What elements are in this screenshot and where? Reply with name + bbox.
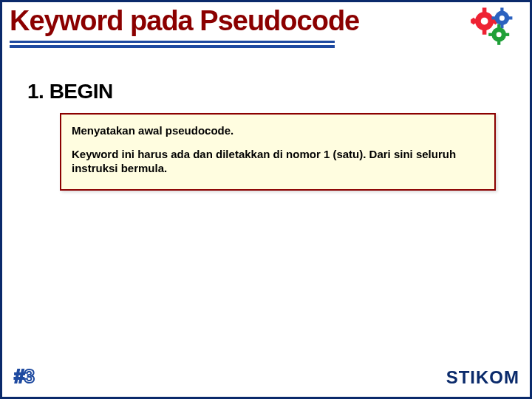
svg-rect-14 [491,16,496,19]
page-title: Keyword pada Pseudocode [10,5,359,37]
brand-label: STIKOM [446,367,519,388]
slide: Keyword pada Pseudocode 1. BEGIN Menyata… [0,0,532,399]
svg-rect-13 [508,16,513,19]
slide-number: #3 [14,365,34,388]
title-underline [10,41,335,48]
svg-rect-1 [482,7,487,13]
svg-rect-20 [488,33,493,36]
description-line-2: Keyword ini harus ada dan diletakkan di … [72,147,484,176]
description-line-1: Menyatakan awal pseudocode. [72,123,484,138]
svg-point-21 [497,32,502,37]
svg-rect-19 [505,33,510,36]
section-heading: 1. BEGIN [27,80,113,103]
gears-icon [469,7,522,48]
svg-point-9 [481,18,488,25]
svg-point-15 [499,16,505,21]
svg-rect-2 [482,30,487,35]
svg-rect-18 [497,41,500,45]
description-box: Menyatakan awal pseudocode. Keyword ini … [60,113,496,191]
svg-rect-11 [500,7,503,12]
svg-rect-17 [497,24,500,29]
